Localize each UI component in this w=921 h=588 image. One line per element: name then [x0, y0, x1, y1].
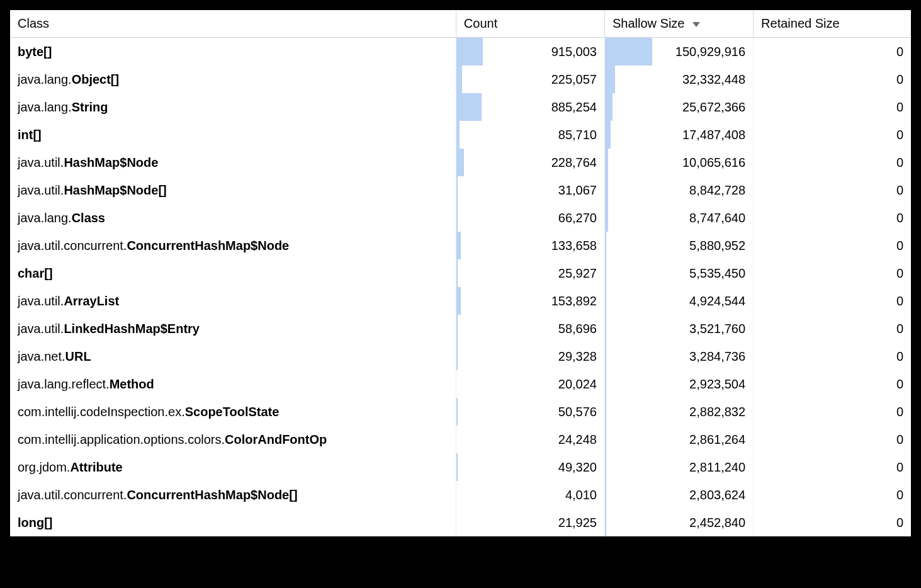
shallow-size-cell: 2,811,240	[604, 453, 753, 481]
count-cell: 85,710	[456, 121, 604, 149]
count-cell: 225,057	[456, 65, 604, 93]
shallow-size-cell: 3,521,760	[604, 315, 753, 342]
table-row[interactable]: java.util.concurrent.ConcurrentHashMap$N…	[10, 232, 911, 259]
sort-descending-icon	[692, 21, 701, 28]
class-cell: java.net.URL	[10, 342, 456, 370]
count-value: 31,067	[456, 176, 604, 204]
count-cell: 21,925	[456, 509, 604, 536]
column-header-shallow-size[interactable]: Shallow Size	[604, 10, 753, 38]
class-name: String	[72, 100, 108, 114]
table-row[interactable]: com.intellij.codeInspection.ex.ScopeTool…	[10, 398, 911, 426]
shallow-size-cell: 2,923,504	[604, 370, 753, 398]
table-row[interactable]: java.util.LinkedHashMap$Entry58,6963,521…	[10, 315, 911, 342]
count-value: 66,270	[456, 204, 604, 232]
retained-size-cell: 0	[754, 453, 911, 481]
count-cell: 885,254	[456, 93, 604, 121]
class-cell: java.util.concurrent.ConcurrentHashMap$N…	[10, 232, 456, 259]
class-name: int[]	[18, 128, 42, 142]
table-row[interactable]: java.lang.Class66,2708,747,6400	[10, 204, 911, 232]
class-name: long[]	[18, 516, 53, 529]
table-row[interactable]: java.util.concurrent.ConcurrentHashMap$N…	[10, 481, 911, 509]
table-row[interactable]: com.intellij.application.options.colors.…	[10, 426, 911, 453]
column-header-class[interactable]: Class	[10, 10, 456, 38]
shallow-size-value: 2,452,840	[605, 509, 753, 536]
shallow-size-cell: 25,672,366	[604, 93, 753, 121]
class-cell: java.lang.Class	[10, 204, 456, 232]
column-header-count[interactable]: Count	[456, 10, 604, 38]
retained-size-value: 0	[754, 121, 911, 149]
class-name: URL	[65, 349, 91, 363]
count-value: 21,925	[456, 509, 604, 536]
table-row[interactable]: java.util.ArrayList153,8924,924,5440	[10, 287, 911, 315]
shallow-size-cell: 8,842,728	[604, 176, 753, 204]
package-name: java.net.	[18, 349, 65, 363]
retained-size-value: 0	[754, 453, 911, 481]
retained-size-cell: 0	[754, 426, 911, 453]
class-cell: java.util.LinkedHashMap$Entry	[10, 315, 456, 342]
count-value: 25,927	[456, 259, 604, 287]
table-row[interactable]: byte[]915,003150,929,9160	[10, 38, 911, 66]
table-row[interactable]: java.net.URL29,3283,284,7360	[10, 342, 911, 370]
table-row[interactable]: java.lang.Object[]225,05732,332,4480	[10, 65, 911, 93]
shallow-size-value: 17,487,408	[605, 121, 753, 149]
class-cell: int[]	[10, 121, 456, 149]
classes-table: Class Count Shallow Size Retained Size b…	[10, 10, 911, 536]
class-name: Attribute	[70, 460, 122, 474]
retained-size-cell: 0	[754, 65, 911, 93]
retained-size-cell: 0	[754, 259, 911, 287]
class-cell: java.lang.String	[10, 93, 456, 121]
count-value: 885,254	[456, 93, 604, 121]
retained-size-value: 0	[754, 38, 911, 65]
retained-size-value: 0	[754, 149, 911, 176]
retained-size-value: 0	[754, 287, 911, 315]
class-name: ColorAndFontOp	[225, 433, 327, 446]
count-cell: 49,320	[456, 453, 604, 481]
count-value: 29,328	[456, 342, 604, 370]
count-cell: 228,764	[456, 149, 604, 176]
memory-classes-panel: Class Count Shallow Size Retained Size b…	[10, 10, 911, 536]
shallow-size-value: 8,747,640	[605, 204, 753, 232]
table-row[interactable]: long[]21,9252,452,8400	[10, 509, 911, 536]
count-value: 50,576	[456, 398, 604, 426]
shallow-size-value: 8,842,728	[605, 176, 753, 204]
retained-size-cell: 0	[754, 398, 911, 426]
shallow-size-value: 2,811,240	[605, 453, 753, 481]
class-cell: byte[]	[10, 38, 456, 66]
class-cell: org.jdom.Attribute	[10, 453, 456, 481]
table-row[interactable]: java.util.HashMap$Node[]31,0678,842,7280	[10, 176, 911, 204]
retained-size-cell: 0	[754, 287, 911, 315]
class-cell: java.util.HashMap$Node[]	[10, 176, 456, 204]
package-name: java.lang.	[18, 100, 72, 114]
table-row[interactable]: org.jdom.Attribute49,3202,811,2400	[10, 453, 911, 481]
shallow-size-value: 10,065,616	[605, 149, 753, 176]
class-name: ConcurrentHashMap$Node[]	[127, 488, 297, 502]
package-name: java.util.concurrent.	[18, 488, 127, 502]
count-value: 915,003	[456, 38, 604, 65]
class-cell: java.lang.Object[]	[10, 65, 456, 93]
table-row[interactable]: java.lang.reflect.Method20,0242,923,5040	[10, 370, 911, 398]
count-value: 24,248	[456, 426, 604, 453]
column-header-retained-size[interactable]: Retained Size	[754, 10, 911, 38]
shallow-size-cell: 3,284,736	[604, 342, 753, 370]
table-row[interactable]: char[]25,9275,535,4500	[10, 259, 911, 287]
shallow-size-cell: 150,929,916	[604, 38, 753, 66]
count-value: 4,010	[456, 481, 604, 509]
shallow-size-cell: 32,332,448	[604, 65, 753, 93]
class-name: byte[]	[18, 45, 52, 59]
package-name: org.jdom.	[18, 460, 70, 474]
table-row[interactable]: java.util.HashMap$Node228,76410,065,6160	[10, 149, 911, 176]
table-row[interactable]: int[]85,71017,487,4080	[10, 121, 911, 149]
table-row[interactable]: java.lang.String885,25425,672,3660	[10, 93, 911, 121]
shallow-size-value: 4,924,544	[605, 287, 753, 315]
retained-size-value: 0	[754, 398, 911, 426]
retained-size-cell: 0	[754, 204, 911, 232]
retained-size-cell: 0	[754, 93, 911, 121]
retained-size-value: 0	[754, 481, 911, 509]
shallow-size-value: 25,672,366	[605, 93, 753, 121]
shallow-size-cell: 2,882,832	[604, 398, 753, 426]
class-cell: java.util.HashMap$Node	[10, 149, 456, 176]
retained-size-value: 0	[754, 342, 911, 370]
retained-size-value: 0	[754, 315, 911, 342]
shallow-size-cell: 2,861,264	[604, 426, 753, 453]
package-name: java.util.concurrent.	[18, 239, 127, 252]
